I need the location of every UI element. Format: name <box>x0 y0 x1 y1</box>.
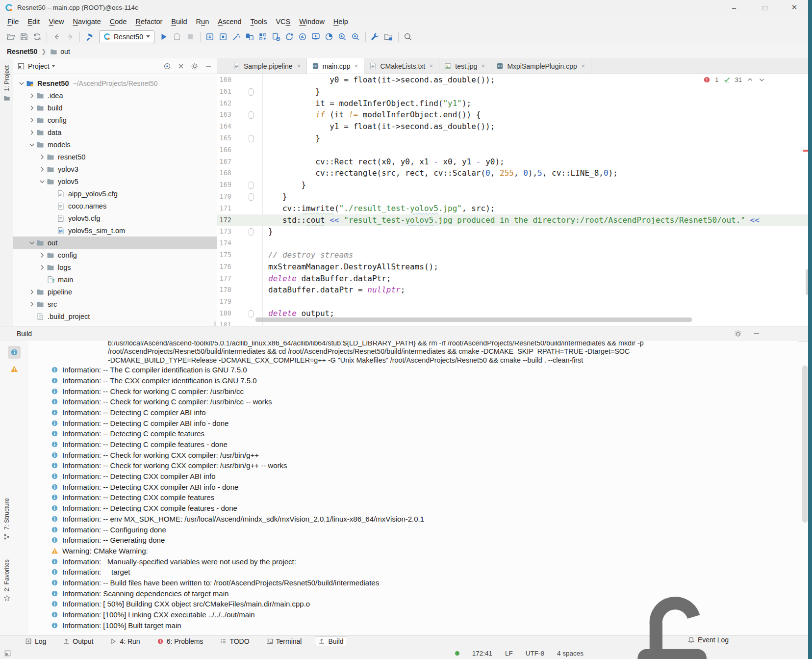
stop-button[interactable] <box>184 30 197 43</box>
fold-marker-icon[interactable] <box>249 111 254 119</box>
stripe-structure-button[interactable]: 7: Structure <box>0 498 13 540</box>
tab-cmakelists-txt[interactable]: CMakeLists.txt <box>364 58 439 74</box>
pages-convert-button[interactable] <box>243 30 256 43</box>
show-info-toggle[interactable] <box>8 346 21 359</box>
forward-button[interactable] <box>63 30 76 43</box>
monitor-run-button[interactable] <box>309 30 323 43</box>
menu-tools[interactable]: Tools <box>246 16 272 27</box>
open-folder-button[interactable] <box>4 30 17 43</box>
tree-item-models[interactable]: models <box>13 138 217 151</box>
chevron-right-icon[interactable] <box>27 116 36 124</box>
pie-button[interactable] <box>323 30 336 43</box>
minimize-button[interactable]: – <box>723 0 745 15</box>
menu-window[interactable]: Window <box>295 16 329 27</box>
menu-file[interactable]: File <box>3 16 23 27</box>
search-button[interactable] <box>402 30 415 43</box>
prev-problem-icon[interactable] <box>746 76 754 83</box>
chevron-down-icon[interactable] <box>27 239 36 247</box>
toolwindow-output[interactable]: Output <box>59 636 97 646</box>
chevron-right-icon[interactable] <box>27 92 36 100</box>
breadcrumb-project[interactable]: Resnet50 <box>7 48 37 55</box>
next-problem-icon[interactable] <box>758 76 765 83</box>
toolwindow-build[interactable]: Build <box>315 636 347 646</box>
menu-run[interactable]: Run <box>192 16 214 27</box>
hide-panel-button[interactable] <box>203 61 213 71</box>
pages-sync-button[interactable] <box>270 30 283 43</box>
close-button[interactable]: ✕ <box>783 0 806 15</box>
chevron-down-icon[interactable] <box>27 141 36 149</box>
tree-item-yolov5s-sim-t-om[interactable]: Myolov5s_sim_t.om <box>13 224 217 237</box>
breadcrumb-folder[interactable]: out <box>60 48 70 55</box>
tree-item-aipp-yolov5-cfg[interactable]: aipp_yolov5.cfg <box>13 187 217 200</box>
fold-marker-icon[interactable] <box>249 228 254 236</box>
chevron-right-icon[interactable] <box>38 165 47 173</box>
menu-help[interactable]: Help <box>329 16 353 27</box>
circle-badge-button[interactable] <box>283 30 296 43</box>
menu-refactor[interactable]: Refactor <box>131 16 167 27</box>
tree-item-main[interactable]: ?main <box>13 273 217 286</box>
tree-item-yolov5-cfg[interactable]: yolov5.cfg <box>13 212 217 224</box>
editor-hscrollbar-thumb[interactable] <box>255 317 692 322</box>
inspections-widget[interactable]: 1 31 <box>703 76 765 83</box>
toolwindow-terminal[interactable]: Terminal <box>263 636 305 646</box>
profile-button[interactable] <box>171 30 184 43</box>
chevron-down-icon[interactable] <box>38 178 47 185</box>
zoom-dot-button[interactable] <box>349 30 362 43</box>
wrench-button[interactable] <box>369 30 382 43</box>
tab-main-cpp[interactable]: C+main.cpp <box>307 58 365 74</box>
chevron-right-icon[interactable] <box>38 251 47 259</box>
lock-open-icon[interactable] <box>596 580 743 659</box>
zoom-plus-button[interactable] <box>336 30 349 43</box>
folder-badge-button[interactable] <box>382 30 395 43</box>
stripe-project-button[interactable]: 1: Project <box>0 65 13 102</box>
locate-file-button[interactable] <box>162 61 172 71</box>
tree-item-data[interactable]: data <box>13 126 217 138</box>
build-settings-icon[interactable] <box>734 330 742 338</box>
tool-window-switcher-icon[interactable] <box>4 650 11 657</box>
tree-item-config[interactable]: config <box>13 249 217 261</box>
toolwindow-log[interactable]: Log <box>22 636 50 646</box>
menu-code[interactable]: Code <box>105 16 131 27</box>
tree-item--idea[interactable]: .idea <box>13 89 217 102</box>
tree-item-pipeline[interactable]: pipeline <box>13 286 217 298</box>
close-tab-icon[interactable] <box>429 63 434 69</box>
tree-item-coco-names[interactable]: coco.names <box>13 200 217 212</box>
chevron-right-icon[interactable] <box>27 104 36 112</box>
tree-item-build[interactable]: build <box>13 102 217 114</box>
tree-item-logs[interactable]: logs <box>13 261 217 273</box>
close-tab-icon[interactable] <box>354 63 359 69</box>
toolwindow-todo[interactable]: TODO <box>216 636 253 646</box>
chevron-down-icon[interactable] <box>17 79 26 87</box>
tree-item-resnet50[interactable]: Resnet50~/AscendProjects/Resnet50 <box>13 77 217 89</box>
fold-marker-icon[interactable] <box>249 310 254 317</box>
tree-item--build-project[interactable]: .build_project <box>13 310 217 322</box>
chevron-right-icon[interactable] <box>27 129 36 136</box>
menu-build[interactable]: Build <box>167 16 191 27</box>
indent-setting[interactable]: 4 spaces <box>557 650 584 657</box>
tree-item-src[interactable]: src <box>13 298 217 310</box>
chevron-right-icon[interactable] <box>27 300 36 308</box>
fold-marker-icon[interactable] <box>249 88 254 96</box>
hammer-button[interactable] <box>83 30 96 43</box>
tab-sample-pipeline[interactable]: Sample.pipeline <box>228 58 307 74</box>
show-warnings-toggle[interactable] <box>8 363 21 375</box>
run-button[interactable] <box>157 30 171 43</box>
blocks-button[interactable] <box>256 30 270 43</box>
caret-position[interactable]: 172:41 <box>472 650 492 657</box>
box-download-button[interactable] <box>203 30 217 43</box>
fold-marker-icon[interactable] <box>249 182 254 189</box>
menu-navigate[interactable]: Navigate <box>69 16 105 27</box>
chevron-right-icon[interactable] <box>27 288 36 296</box>
collapse-all-button[interactable] <box>176 61 186 71</box>
panel-settings-button[interactable] <box>190 61 200 71</box>
box-target-button[interactable] <box>217 30 230 43</box>
back-button[interactable] <box>50 30 63 43</box>
tree-item-config[interactable]: config <box>13 114 217 126</box>
menu-edit[interactable]: Edit <box>23 16 44 27</box>
tree-item-resnet50[interactable]: resnet50 <box>13 151 217 163</box>
fold-marker-icon[interactable] <box>249 135 254 142</box>
menu-vcs[interactable]: VCS <box>271 16 295 27</box>
fold-marker-icon[interactable] <box>249 193 254 201</box>
chevron-right-icon[interactable] <box>38 153 47 161</box>
maximize-button[interactable]: □ <box>754 0 776 15</box>
